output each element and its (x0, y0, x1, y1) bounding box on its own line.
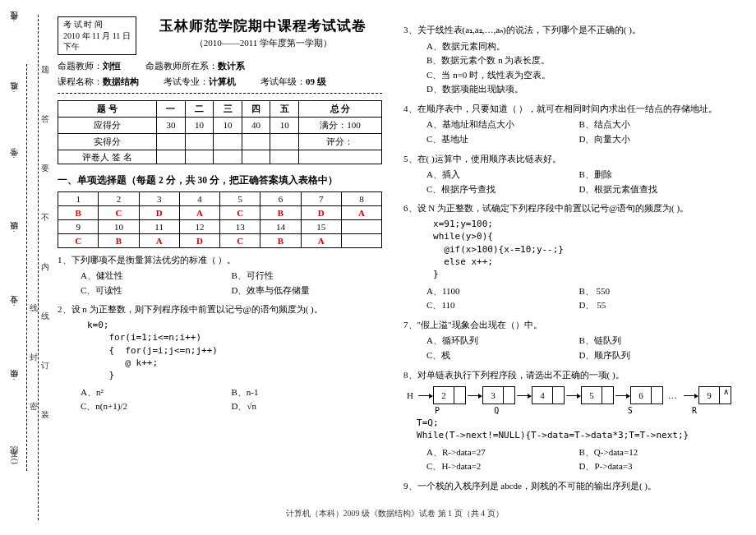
q6-code: x=91;y=100; while(y>0){ @if(x>100){x-=10… (403, 218, 731, 281)
q5: 5、在( )运算中，使用顺序表比链表好。 (403, 152, 731, 166)
gutter-seat: 座位号： (8, 18, 20, 26)
gutter-grade: 年级： (8, 376, 20, 385)
major: 计算机 (209, 76, 236, 86)
gutter-mark-g: 订 (41, 360, 49, 375)
right-column: 3、关于线性表(a₁,a₂,…,aₙ)的说法，下列哪个是不正确的( )。 A、数… (403, 16, 731, 501)
exam-time-box: 考 试 时 间 2010 年 11 月 11 日 下午 (58, 16, 136, 55)
answer-table: 12345678 BCDACBDA 9101112131415 CBADCBA (58, 191, 382, 248)
gutter-dept: 系(院)： (8, 450, 20, 464)
q9: 9、一个栈的入栈序列是 abcde，则栈的不可能的输出序列是( )。 (403, 479, 731, 493)
q3-options: A、数据元素同构。 B、数据元素个数 n 为表长度。 C、当 n=0 时，线性表… (403, 39, 731, 97)
ll-head-label: H (407, 390, 413, 400)
gutter-name: 姓名： (8, 89, 20, 97)
q6-options: A、1100B、 550 C、110D、 55 (403, 284, 731, 313)
meta-row-2: 课程名称：数据结构 考试专业：计算机 考试年级：09 级 (58, 76, 382, 88)
q8-options: A、R->data=27B、Q->data=12 C、H->data=2D、P-… (403, 445, 731, 474)
q2: 2、设 n 为正整数，则下列程序段中前置以记号@的语句频度为( )。 (58, 302, 382, 316)
teacher: 刘恒 (103, 61, 121, 71)
seal-b: 封 (30, 352, 38, 363)
page-title: 玉林师范学院期中课程考试试卷 (145, 16, 382, 35)
gutter-mark-a: 题 (41, 64, 49, 79)
meta-row-1: 命题教师：刘恒 命题教师所在系：数计系 (58, 60, 382, 72)
exam-time-period: 下午 (63, 41, 131, 53)
gutter-mark-h: 装 (41, 409, 49, 424)
q4-options: A、基地址和结点大小B、结点大小 C、基地址D、向量大小 (403, 118, 731, 146)
q1-options: A、健壮性B、可行性 C、可读性D、效率与低存储量 (58, 269, 382, 297)
th-num: 题 号 (58, 100, 157, 117)
q8-code: T=Q; While(T->next!=NULL){T->data=T->dat… (403, 417, 731, 442)
grade: 09 级 (306, 76, 326, 86)
seal-c: 密 (30, 401, 38, 413)
page-footer: 计算机（本科）2009 级《数据结构》试卷 第 1 页（共 4 页） (58, 508, 731, 519)
page-subtitle: （2010——2011 学年度第一学期） (145, 37, 382, 49)
q8: 8、对单链表执行下列程序段，请选出不正确的一项( )。 (403, 368, 731, 382)
gutter-mark-f: 线 (41, 311, 49, 325)
q7: 7、"假上溢"现象会出现在（）中。 (403, 318, 731, 332)
q5-options: A、插入B、删除 C、根据序号查找D、根据元素值查找 (403, 168, 731, 196)
gutter-class: 班级： (8, 228, 20, 237)
q2-options: A、n²B、n-1 C、n(n+1)/2D、√n (58, 385, 382, 414)
section-1-title: 一、单项选择题（每题 2 分，共 30 分，把正确答案填入表格中） (58, 174, 382, 187)
gutter-mark-c: 要 (41, 163, 49, 178)
dept: 数计系 (218, 61, 245, 71)
ll-ellipsis: … (663, 390, 682, 400)
q2-code: k=0; for(i=1;i<=n;i++) { for(j=i;j<=n;j+… (58, 319, 382, 382)
gutter-mark-e: 内 (41, 261, 49, 276)
linked-list-diagram: H 2 3 4 5 6 … 9∧ (407, 386, 731, 404)
exam-time-date: 2010 年 11 月 11 日 (63, 30, 131, 42)
teacher-label: 命题教师： (58, 61, 103, 71)
exam-time-label: 考 试 时 间 (63, 19, 131, 30)
dept-label: 命题教师所在系： (145, 61, 218, 71)
binding-gutter: 座位号： 姓名： 学号： 班级： 专业： 年级： 系(院)： 题 答 要 不 内… (7, 15, 48, 520)
gutter-major: 专业： (8, 302, 20, 311)
gutter-mark-d: 不 (41, 212, 49, 227)
course-label: 课程名称： (58, 76, 103, 86)
left-column: 考 试 时 间 2010 年 11 月 11 日 下午 玉林师范学院期中课程考试… (58, 16, 382, 501)
ll-pointer-labels: P Q S R (435, 406, 731, 415)
q4: 4、在顺序表中，只要知道（ ），就可在相同时间内求出任一结点的存储地址。 (403, 102, 731, 116)
q7-options: A、循环队列B、链队列 C、栈D、顺序队列 (403, 334, 731, 362)
gutter-mark-b: 答 (41, 113, 49, 128)
q1: 1、下列哪项不是衡量算法优劣的标准（ ）。 (58, 253, 382, 267)
gutter-sno: 学号： (8, 155, 20, 163)
exam-body: 考 试 时 间 2010 年 11 月 11 日 下午 玉林师范学院期中课程考试… (58, 16, 731, 501)
q3: 3、关于线性表(a₁,a₂,…,aₙ)的说法，下列哪个是不正确的( )。 (403, 23, 731, 37)
course: 数据结构 (103, 76, 139, 86)
major-label: 考试专业： (164, 76, 209, 86)
grade-label: 考试年级： (260, 76, 306, 86)
q6: 6、设 N 为正整数，试确定下列程序段中前置以记号@语句的频度为( )。 (403, 201, 731, 215)
score-table: 题 号 一 二 三 四 五 总 分 应得分 30 10 10 40 10 满分：… (58, 100, 382, 164)
seal-a: 线 (30, 302, 38, 314)
